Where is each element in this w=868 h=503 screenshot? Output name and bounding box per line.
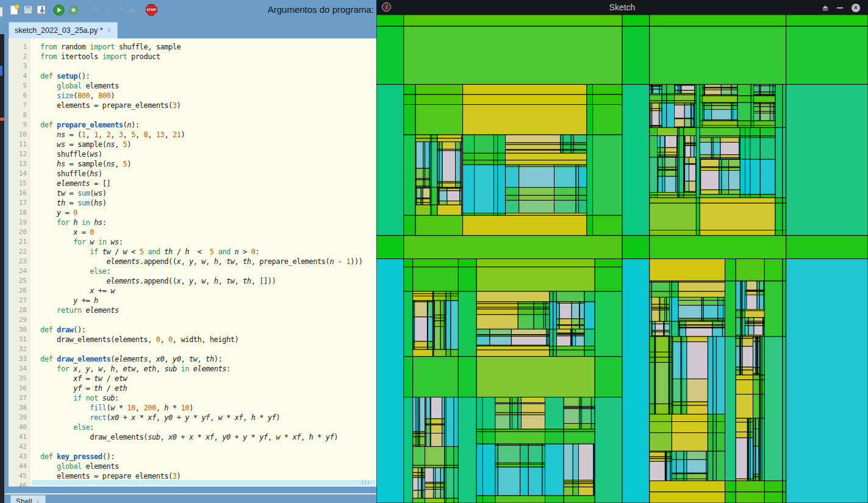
- code-line: 25 elements.append((x, y, w, h, tw, th, …: [9, 276, 376, 286]
- sketch-titlebar[interactable]: Sketch ×: [376, 0, 868, 15]
- sketch-window-title: Sketch: [376, 2, 868, 12]
- shell-tab-title: Shell: [16, 498, 32, 503]
- code-line: 30def draw():: [9, 325, 376, 335]
- code-line: 26 x += w: [9, 286, 376, 296]
- code-line: 36 yf = th / eth: [9, 383, 376, 393]
- code-line: 40 else:: [9, 423, 376, 432]
- line-number: 27: [9, 296, 32, 305]
- resume-icon[interactable]: ▶: [127, 4, 139, 16]
- shade-icon[interactable]: [820, 3, 830, 12]
- code-line: 21 for w in ws:: [9, 237, 376, 247]
- code-line: 29: [9, 315, 376, 325]
- code-line: 18 y = 0: [9, 208, 376, 218]
- code-line: 43def key_pressed():: [9, 452, 376, 462]
- line-number: 42: [9, 442, 32, 452]
- scrollbar-grip[interactable]: [362, 480, 370, 485]
- code-line: 32: [9, 344, 376, 354]
- step-into-icon[interactable]: ↴: [102, 4, 114, 16]
- debug-icon[interactable]: [67, 4, 79, 16]
- shell-tab-close-icon[interactable]: ×: [36, 498, 40, 503]
- run-icon[interactable]: [52, 4, 65, 16]
- line-number: 2: [9, 52, 32, 62]
- background-window-sliver: [0, 34, 4, 503]
- line-number: 6: [9, 91, 32, 101]
- line-number: 41: [9, 432, 32, 442]
- screen: ↷ ↴ ↱ ▶ STOP Argumentos do programa: ske…: [0, 0, 868, 503]
- background-window-scrap: [0, 7, 2, 16]
- code-line: 37 if not sub:: [9, 393, 376, 403]
- line-number: 22: [9, 247, 32, 257]
- editor-tabbar: sketch_2022_03_25a.py * ×: [0, 22, 376, 38]
- line-number: 23: [9, 257, 32, 266]
- line-number: 4: [9, 71, 32, 81]
- code-line: 33def draw_elements(elements, x0, y0, tw…: [9, 354, 376, 364]
- line-number: 39: [9, 413, 32, 423]
- code-line: 16 tw = sum(ws): [9, 188, 376, 198]
- save-as-icon[interactable]: [35, 4, 48, 16]
- sketch-window: Sketch ×: [376, 0, 868, 503]
- code-line: 28 return elements: [9, 305, 376, 315]
- line-number: 44: [9, 462, 32, 471]
- line-number: 20: [9, 227, 32, 237]
- step-over-icon[interactable]: ↷: [89, 4, 101, 16]
- line-number: 15: [9, 179, 32, 188]
- code-line: 5 global elements: [9, 81, 376, 91]
- code-editor[interactable]: 1from random import shuffle, sample2from…: [9, 38, 376, 487]
- code-line: 44 global elements: [9, 462, 376, 471]
- stop-icon[interactable]: STOP: [145, 4, 157, 16]
- code-line: 2from itertools import product: [9, 52, 376, 62]
- shell-tab[interactable]: Shell ×: [10, 495, 46, 503]
- thonny-window: ↷ ↴ ↱ ▶ STOP Argumentos do programa: ske…: [0, 0, 376, 503]
- code-line: 12 shuffle(ws): [9, 149, 376, 159]
- code-line: 8: [9, 110, 376, 120]
- editor-tab-title: sketch_2022_03_25a.py *: [15, 26, 103, 35]
- code-line: 27 y += h: [9, 296, 376, 305]
- close-icon[interactable]: ×: [851, 3, 861, 12]
- toolbar: ↷ ↴ ↱ ▶ STOP Argumentos do programa:: [0, 0, 376, 21]
- line-number: 34: [9, 364, 32, 374]
- line-number: 24: [9, 266, 32, 276]
- new-file-icon[interactable]: [9, 4, 21, 16]
- minimize-icon[interactable]: [835, 3, 845, 12]
- code-line: 17 th = sum(hs): [9, 198, 376, 208]
- program-arguments-label: Argumentos do programa:: [268, 4, 374, 15]
- code-line: 39 rect(x0 + x * xf, y0 + y * yf, w * xf…: [9, 413, 376, 423]
- line-number: 18: [9, 208, 32, 218]
- editor-tab[interactable]: sketch_2022_03_25a.py * ×: [9, 22, 118, 38]
- code-line: 24 else:: [9, 266, 376, 276]
- line-number: 3: [9, 62, 32, 71]
- line-number: 8: [9, 110, 32, 120]
- line-number: 5: [9, 81, 32, 91]
- code-line: 23 elements.append((x, y, w, h, tw, th, …: [9, 257, 376, 266]
- code-line: 11 ws = sample(ns, 5): [9, 140, 376, 149]
- line-number: 40: [9, 423, 32, 432]
- code-line: 9def prepare_elements(n):: [9, 120, 376, 130]
- line-number: 38: [9, 403, 32, 413]
- line-number: 35: [9, 374, 32, 383]
- code-line: 34 for x, y, w, h, etw, eth, sub in elem…: [9, 364, 376, 374]
- horizontal-scrollbar[interactable]: [32, 480, 375, 485]
- save-icon[interactable]: [22, 4, 34, 16]
- code-line: 41 draw_elements(sub, x0 + x * xf, y0 + …: [9, 432, 376, 442]
- step-out-icon[interactable]: ↱: [115, 4, 127, 16]
- code-line: 15 elements = []: [9, 179, 376, 188]
- tab-close-icon[interactable]: ×: [107, 26, 112, 35]
- code-line: 22 if tw / w < 5 and th / h < 5 and n > …: [9, 247, 376, 257]
- line-number: 9: [9, 120, 32, 130]
- code-line: 7 elements = prepare_elements(3): [9, 101, 376, 110]
- code-line: 1from random import shuffle, sample: [9, 42, 376, 52]
- sketch-canvas[interactable]: [376, 15, 868, 503]
- line-number: 25: [9, 276, 32, 286]
- code-line: 13 hs = sample(ns, 5): [9, 159, 376, 169]
- line-number: 36: [9, 383, 32, 393]
- line-number: 32: [9, 344, 32, 354]
- code-line: 3: [9, 62, 376, 71]
- line-number: 37: [9, 393, 32, 403]
- code-lines: 1from random import shuffle, sample2from…: [9, 42, 376, 487]
- sketch-app-icon: [382, 2, 391, 12]
- background-sliver-blue-mark: [0, 66, 2, 76]
- line-number: 43: [9, 452, 32, 462]
- code-line: 38 fill(w * 10, 200, h * 10): [9, 403, 376, 413]
- line-number: 14: [9, 169, 32, 179]
- code-line: 31 draw_elements(elements, 0, 0, width, …: [9, 335, 376, 344]
